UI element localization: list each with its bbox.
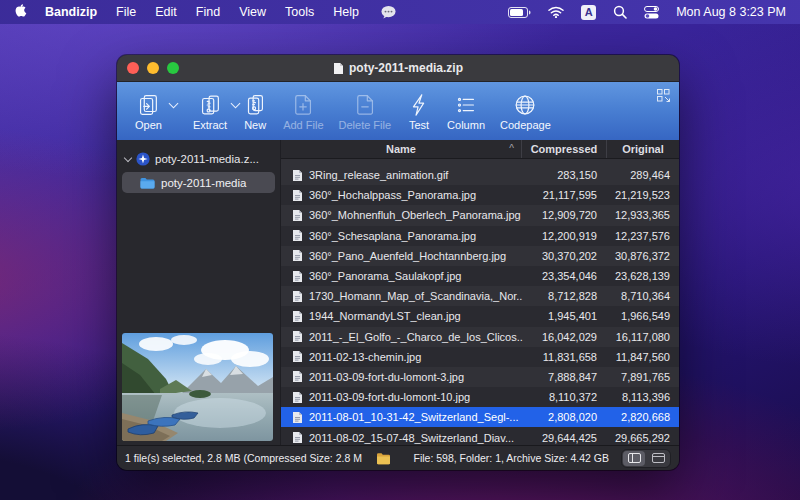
sidebar-folder-item[interactable]: poty-2011-media [122, 172, 275, 193]
wifi-icon[interactable] [548, 6, 564, 18]
compressed-size: 8,110,372 [523, 391, 607, 403]
archive-icon [136, 152, 150, 166]
file-name: 2011_-_El_Golfo_-_Charco_de_los_Clicos..… [309, 331, 523, 343]
table-row[interactable]: 2011-02-13-chemin.jpg 11,831,658 11,847,… [281, 347, 679, 367]
table-row[interactable]: 360°_Mohnenfluh_Oberlech_Panorama.jpg 12… [281, 205, 679, 225]
toolbar-button[interactable]: Delete File [339, 92, 392, 131]
file-name-cell: 360°_Panorama_Saulakopf.jpg [281, 270, 523, 283]
table-row[interactable]: 360°_Pano_Auenfeld_Hochtannberg.jpg 30,3… [281, 246, 679, 266]
menu-item[interactable]: Find [196, 5, 220, 19]
file-name-cell: 2011-02-13-chemin.jpg [281, 350, 523, 363]
file-name-cell: 1944_NormandyLST_clean.jpg [281, 310, 523, 323]
file-name-cell: 2011_-_El_Golfo_-_Charco_de_los_Clicos..… [281, 330, 523, 343]
file-name: 360°_Mohnenfluh_Oberlech_Panorama.jpg [309, 209, 521, 221]
toolbar-button-icon [290, 92, 316, 118]
table-row[interactable]: 3Ring_release_animation.gif 283,150 289,… [281, 165, 679, 185]
search-icon[interactable] [613, 5, 627, 19]
original-size: 289,464 [607, 169, 679, 181]
table-header: Name ^ Compressed Original [281, 140, 679, 159]
column-header-name[interactable]: Name ^ [281, 140, 521, 158]
sidebar-folder-label: poty-2011-media [161, 177, 246, 189]
file-name: 3Ring_release_animation.gif [309, 169, 448, 181]
toolbar-button[interactable]: Extract [193, 92, 227, 131]
menu-bar: BandizipFileEditFindViewToolsHelp A [0, 0, 800, 24]
toolbar: Open Extract New [117, 82, 679, 140]
compressed-size: 29,644,425 [523, 432, 607, 444]
file-icon [292, 209, 303, 222]
title-bar[interactable]: poty-2011-media.zip [117, 55, 679, 82]
file-name: 360°_Schesaplana_Panorama.jpg [309, 230, 476, 242]
table-row[interactable]: 360°_Hochalppass_Panorama.jpg 21,117,595… [281, 185, 679, 205]
file-name-cell: 2011-08-01_10-31-42_Switzerland_Segl-... [281, 411, 523, 424]
file-name-cell: 2011-03-09-fort-du-lomont-10.jpg [281, 391, 523, 404]
file-table: Name ^ Compressed Original [280, 140, 679, 445]
table-row[interactable]: 1944_NormandyLST_clean.jpg 1,945,401 1,9… [281, 306, 679, 326]
input-source-icon[interactable]: A [581, 5, 596, 20]
column-header-original[interactable]: Original [606, 140, 679, 158]
table-row[interactable]: 360°_Schesaplana_Panorama.jpg 12,200,919… [281, 226, 679, 246]
menu-bar-clock[interactable]: Mon Aug 8 3:23 PM [676, 5, 786, 19]
menu-item[interactable]: File [116, 5, 136, 19]
toolbar-button[interactable]: Column [447, 92, 485, 131]
toolbar-button[interactable]: Open [135, 92, 162, 131]
table-row[interactable]: 2011-03-09-fort-du-lomont-10.jpg 8,110,3… [281, 387, 679, 407]
chevron-down-icon[interactable] [231, 98, 241, 108]
table-row[interactable]: 2011_-_El_Golfo_-_Charco_de_los_Clicos..… [281, 327, 679, 347]
file-icon [292, 310, 303, 323]
original-size: 8,113,396 [607, 391, 679, 403]
disclosure-chevron-icon[interactable] [124, 153, 132, 161]
file-icon [292, 330, 303, 343]
table-row[interactable]: 2011-03-09-fort-du-lomont-3.jpg 7,888,84… [281, 367, 679, 387]
table-row[interactable]: 1730_Homann_Map_of_Scandinavia,_Nor... 8… [281, 286, 679, 306]
bandizip-window: poty-2011-media.zip Open [117, 55, 679, 470]
file-name: 2011-03-09-fort-du-lomont-3.jpg [309, 371, 464, 383]
battery-icon[interactable] [508, 7, 531, 18]
table-row[interactable]: 2011-08-02_15-07-48_Switzerland_Diav... … [281, 427, 679, 445]
menu-item[interactable]: Tools [285, 5, 314, 19]
compressed-size: 16,042,029 [523, 331, 607, 343]
desktop: { "menu_bar": { "items": [ {"label": "Ba… [0, 0, 800, 500]
file-icon [292, 189, 303, 202]
file-name: 2011-02-13-chemin.jpg [309, 351, 421, 363]
document-icon [333, 62, 344, 75]
preview-layout-segment [621, 449, 671, 468]
sidebar-archive-root[interactable]: poty-2011-media.z... [117, 149, 280, 169]
file-icon [292, 270, 303, 283]
toolbar-button-label: Column [447, 119, 485, 131]
chevron-down-icon[interactable] [169, 98, 179, 108]
layout-sidebar-preview-button[interactable] [623, 451, 645, 466]
file-name: 360°_Hochalppass_Panorama.jpg [309, 189, 476, 201]
zoom-button[interactable] [167, 62, 179, 74]
selection-summary: 1 file(s) selected, 2.8 MB (Compressed S… [125, 452, 362, 464]
menu-item[interactable]: Edit [155, 5, 177, 19]
toolbar-button-label: Delete File [339, 119, 392, 131]
toolbar-button[interactable]: New [242, 92, 268, 131]
chat-bubble-icon[interactable] [380, 5, 397, 20]
folder-icon [376, 452, 391, 465]
apple-menu-icon[interactable] [14, 4, 29, 20]
file-name: 1944_NormandyLST_clean.jpg [309, 310, 461, 322]
table-row[interactable]: 360°_Panorama_Saulakopf.jpg 23,354,046 2… [281, 266, 679, 286]
original-size: 7,891,765 [607, 371, 679, 383]
column-header-compressed[interactable]: Compressed [521, 140, 606, 158]
toolbar-button[interactable]: Add File [283, 92, 323, 131]
control-center-icon[interactable] [644, 6, 659, 19]
close-button[interactable] [127, 62, 139, 74]
sidebar: poty-2011-media.z... poty-2011-media [117, 140, 280, 445]
toolbar-button[interactable]: Test [406, 92, 432, 131]
toolbar-button-label: New [244, 119, 266, 131]
file-name: 360°_Pano_Auenfeld_Hochtannberg.jpg [309, 250, 506, 262]
toolbar-button[interactable]: Codepage [500, 92, 551, 131]
menu-item[interactable]: Bandizip [45, 5, 97, 19]
table-row[interactable]: 2011-08-01_10-31-42_Switzerland_Segl-...… [281, 407, 679, 427]
layout-bottom-preview-button[interactable] [647, 451, 669, 466]
toolbar-button-icon [512, 92, 538, 118]
original-size: 23,628,139 [607, 270, 679, 282]
minimize-button[interactable] [147, 62, 159, 74]
toolbar-button-icon [135, 92, 161, 118]
menu-item[interactable]: View [239, 5, 266, 19]
toolbar-button-icon [242, 92, 268, 118]
menu-item[interactable]: Help [333, 5, 359, 19]
original-size: 8,710,364 [607, 290, 679, 302]
customize-toolbar-icon[interactable] [657, 89, 670, 102]
